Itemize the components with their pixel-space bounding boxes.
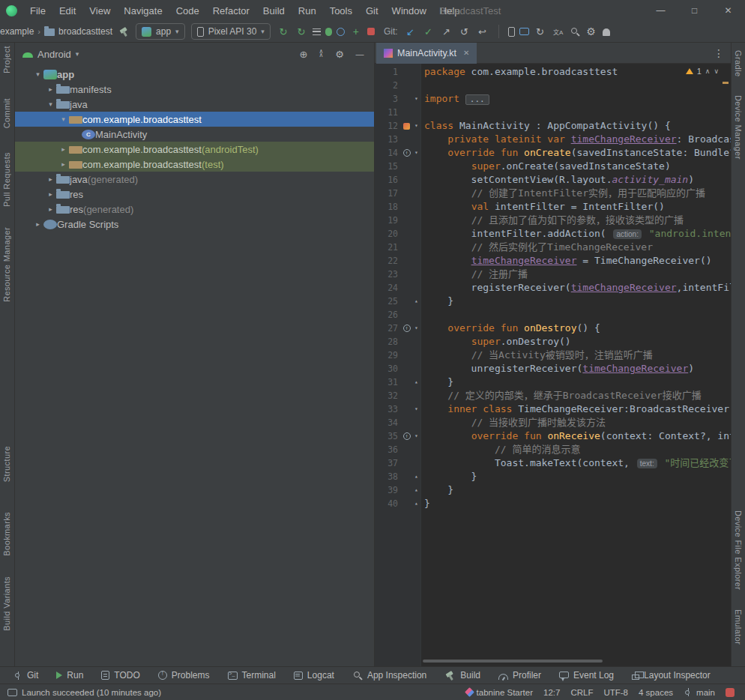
notifications-bell-icon[interactable] [603, 28, 610, 36]
stripe-commit[interactable]: Commit [2, 98, 11, 128]
tool-button-git[interactable]: Git [13, 670, 38, 681]
stop-icon[interactable] [367, 28, 375, 35]
code-line-25[interactable]: 25▴ } [375, 295, 731, 308]
tree-item-res[interactable]: ▸res [15, 187, 374, 202]
profile-icon[interactable] [337, 28, 345, 36]
menu-edit[interactable]: Edit [52, 2, 82, 19]
code-line-22[interactable]: 22 timeChangeReceiver = TimeChangeReceiv… [375, 254, 731, 268]
commit-icon[interactable]: ✓ [422, 25, 435, 38]
override-icon[interactable]: ↑ [403, 149, 411, 157]
tree-item-com-example-broadcasttest[interactable]: ▾com.example.broadcasttest [15, 112, 374, 127]
override-icon[interactable]: ↑ [403, 432, 411, 440]
hide-panel-icon[interactable]: — [353, 47, 367, 61]
expand-arrow-icon[interactable]: ▾ [32, 70, 43, 78]
fold-open-icon[interactable]: ▾ [411, 402, 421, 416]
horizontal-scrollbar[interactable] [423, 660, 603, 663]
menu-file[interactable]: File [23, 2, 52, 19]
code-line-27[interactable]: 27↑▾ override fun onDestroy() { [375, 322, 731, 335]
menu-navigate[interactable]: Navigate [117, 2, 169, 19]
stripe-device-file-explorer[interactable]: Device File Explorer [734, 510, 743, 590]
panel-options-icon[interactable]: ⚙ [333, 47, 346, 61]
code-line-28[interactable]: 28 super.onDestroy() [375, 335, 731, 349]
next-warning-icon[interactable]: ∨ [714, 67, 719, 75]
stripe-structure[interactable]: Structure [2, 446, 11, 482]
tool-button-event-log[interactable]: Event Log [559, 670, 614, 681]
code-line-39[interactable]: 39▴ } [375, 483, 731, 497]
code-line-16[interactable]: 16 setContentView(R.layout.activity_main… [375, 173, 731, 187]
code-line-15[interactable]: 15 super.onCreate(savedInstanceState) [375, 160, 731, 173]
code-line-34[interactable]: 34 // 当接收到广播时触发该方法 [375, 416, 731, 429]
code-line-24[interactable]: 24 registerReceiver(timeChangeReceiver,i… [375, 281, 731, 295]
code-line-30[interactable]: 30 unregisterReceiver(timeChangeReceiver… [375, 362, 731, 375]
menu-view[interactable]: View [82, 2, 117, 19]
code-line-31[interactable]: 31▴ } [375, 375, 731, 389]
project-view-selector[interactable]: Android [37, 49, 71, 60]
expand-arrow-icon[interactable]: ▸ [58, 160, 69, 168]
stripe-gradle[interactable]: Gradle [734, 50, 743, 76]
breadcrumb-project[interactable]: example [0, 26, 34, 37]
menu-code[interactable]: Code [169, 2, 206, 19]
fold-close-icon[interactable]: ▴ [411, 470, 421, 483]
code-line-18[interactable]: 18 val intentFilter = IntentFilter() [375, 200, 731, 214]
code-line-21[interactable]: 21 // 然后实例化了TimeChangeReceiver [375, 241, 731, 254]
status-tabnine-starter[interactable]: tabnine Starter [466, 688, 533, 697]
expand-arrow-icon[interactable]: ▸ [45, 205, 56, 213]
expand-arrow-icon[interactable]: ▾ [58, 115, 69, 123]
code-line-26[interactable]: 26 [375, 308, 731, 322]
debug-icon[interactable] [325, 28, 332, 36]
fold-close-icon[interactable]: ▴ [411, 295, 421, 308]
code-line-3[interactable]: 3▾import ... [375, 92, 731, 106]
expand-arrow-icon[interactable]: ▸ [58, 145, 69, 153]
code-line-36[interactable]: 36 // 简单的消息示意 [375, 443, 731, 456]
menu-run[interactable]: Run [292, 2, 323, 19]
tool-button-terminal[interactable]: Terminal [228, 670, 276, 681]
code-line-32[interactable]: 32 // 定义的内部类，继承于BroadcastReceiver接收广播 [375, 389, 731, 402]
override-icon[interactable]: ↑ [403, 325, 411, 332]
update-project-icon[interactable]: ↙ [404, 25, 417, 38]
tool-button-build[interactable]: Build [444, 670, 480, 681]
expand-arrow-icon[interactable]: ▸ [45, 85, 56, 93]
code-line-2[interactable]: 2 [375, 79, 731, 92]
tree-item-java-generated[interactable]: ▸java (generated) [15, 172, 374, 187]
editor-options-icon[interactable]: ⋮ [707, 47, 731, 59]
tool-button-profiler[interactable]: Profiler [498, 670, 541, 681]
tree-item-com-example-broadcasttest-test[interactable]: ▸com.example.broadcasttest (test) [15, 157, 374, 172]
status-crlf[interactable]: CRLF [570, 688, 593, 697]
tab-mainactivity-kt[interactable]: MainActivity.kt ✕ [376, 43, 477, 64]
code-line-12[interactable]: 12▾class MainActivity : AppCompatActivit… [375, 119, 731, 133]
code-line-29[interactable]: 29 // 当Activity被销毁时，注销监听广播 [375, 349, 731, 362]
locate-file-icon[interactable]: ⊕ [297, 47, 310, 61]
translate-icon[interactable]: 文A [552, 25, 565, 38]
fold-close-icon[interactable]: ▴ [411, 497, 421, 510]
status-utf-8[interactable]: UTF-8 [603, 688, 628, 697]
menu-tools[interactable]: Tools [323, 2, 359, 19]
push-icon[interactable]: ↗ [440, 25, 453, 38]
code-line-33[interactable]: 33▾ inner class TimeChangeReceiver:Broad… [375, 402, 731, 416]
tree-item-manifests[interactable]: ▸manifests [15, 82, 374, 97]
prev-warning-icon[interactable]: ∧ [705, 67, 711, 75]
code-line-35[interactable]: 35↑▾ override fun onReceive(context: Con… [375, 429, 731, 443]
code-line-38[interactable]: 38▴ } [375, 470, 731, 483]
code-line-19[interactable]: 19 // 且添加了值为如下的参数，接收该类型的广播 [375, 214, 731, 227]
fold-open-icon[interactable]: ▾ [411, 119, 421, 133]
minimize-button[interactable]: — [644, 0, 678, 21]
tool-button-app-inspection[interactable]: App Inspection [352, 670, 426, 681]
collapse-all-icon[interactable] [317, 49, 326, 58]
apply-code-changes-icon[interactable]: ↻ [295, 25, 308, 38]
stripe-pull-requests[interactable]: Pull Requests [2, 152, 11, 207]
code-line-11[interactable]: 11 [375, 106, 731, 119]
code-line-17[interactable]: 17 // 创建了IntentFilter实例，用于匹配响应的广播 [375, 187, 731, 200]
expand-arrow-icon[interactable]: ▸ [45, 190, 56, 198]
menu-window[interactable]: Window [385, 2, 433, 19]
sync-gradle-icon[interactable]: ↻ [534, 25, 547, 38]
tool-button-run[interactable]: Run [56, 670, 83, 681]
code-line-40[interactable]: 40▴} [375, 497, 731, 510]
code-line-37[interactable]: 37 Toast.makeText(context, text: "时间已经改变… [375, 456, 731, 470]
stripe-build-variants[interactable]: Build Variants [2, 576, 11, 631]
code-line-23[interactable]: 23 // 注册广播 [375, 268, 731, 281]
status-12-7[interactable]: 12:7 [543, 688, 560, 697]
tree-item-app[interactable]: ▾app [15, 67, 374, 82]
breadcrumb-module[interactable]: broadcasttest [58, 26, 112, 37]
layout-inspector-toolbar-icon[interactable] [519, 28, 529, 35]
settings-gear-icon[interactable]: ⚙ [585, 25, 598, 38]
